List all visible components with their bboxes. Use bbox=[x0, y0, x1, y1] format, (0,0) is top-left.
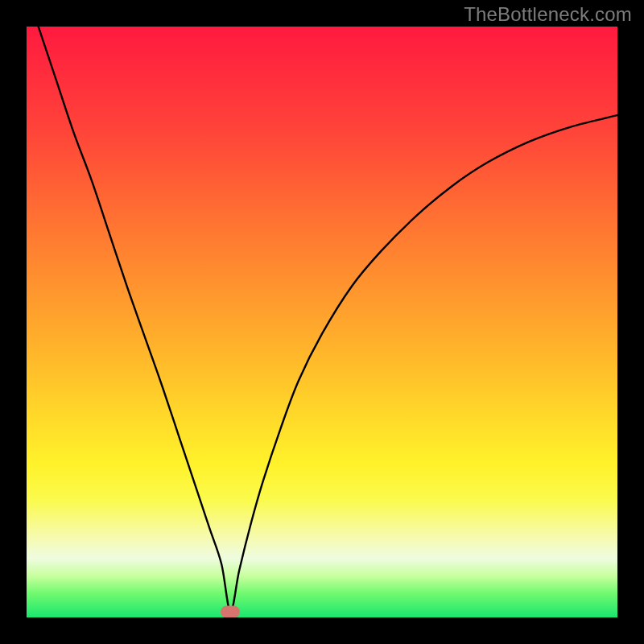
chart-frame: TheBottleneck.com bbox=[0, 0, 644, 644]
optimum-marker bbox=[221, 606, 240, 617]
watermark-text: TheBottleneck.com bbox=[464, 3, 632, 26]
plot-area bbox=[27, 27, 617, 617]
bottleneck-curve bbox=[27, 27, 617, 617]
